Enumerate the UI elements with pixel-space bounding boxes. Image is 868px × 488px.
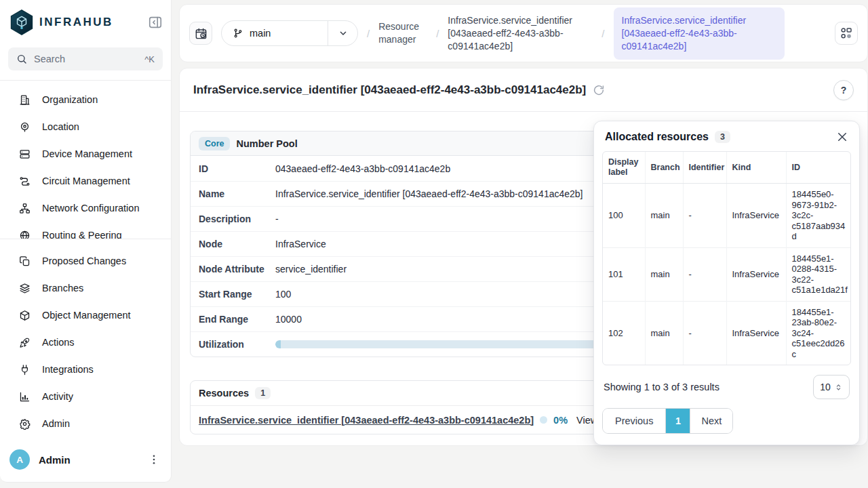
time-travel-button[interactable] [189, 22, 212, 45]
resource-link[interactable]: InfraService.service_identifier [043aeae… [199, 415, 534, 426]
avatar: A [9, 449, 30, 470]
sidebar-item-circuit-management[interactable]: Circuit Management [0, 167, 171, 195]
breadcrumb-pool[interactable]: InfraService.service_identifier [043aeae… [448, 14, 593, 53]
table-row[interactable]: 100main-InfraService184455e0-9673-91b2-3… [603, 184, 851, 248]
table-header-row: Display labelBranchIdentifierKindID [603, 152, 851, 184]
network-icon [19, 203, 31, 214]
gear-icon [19, 418, 31, 430]
sidebar-item-object-management[interactable]: Object Management [0, 302, 171, 329]
sidebar-item-actions[interactable]: Actions [0, 329, 171, 356]
refresh-icon[interactable] [593, 84, 605, 96]
sidebar-item-label: Activity [42, 391, 73, 402]
schema-button[interactable] [835, 22, 858, 45]
search-icon [16, 54, 27, 64]
branch-dropdown-toggle[interactable] [328, 21, 357, 45]
search-input[interactable]: Search ^K [8, 47, 163, 70]
resource-row: InfraService.service_identifier [043aeae… [191, 406, 640, 434]
branch-name: main [250, 28, 271, 39]
cell-kind: InfraService [726, 301, 786, 365]
current-page-button[interactable]: 1 [666, 409, 690, 433]
cube-icon [19, 310, 31, 321]
sidebar-item-label: Circuit Management [42, 176, 130, 186]
breadcrumb-separator: / [367, 28, 370, 39]
sidebar-item-label: Location [42, 121, 79, 132]
column-header-id: ID [786, 152, 851, 184]
column-header-identifier: Identifier [683, 152, 726, 184]
sidebar-item-label: Branches [42, 283, 83, 293]
user-row: A Admin [0, 441, 171, 482]
chevron-down-icon [338, 28, 349, 39]
page-header: InfraService.service_identifier [043aeae… [180, 68, 867, 112]
sidebar-item-routing-peering[interactable]: Routing & Peering [0, 222, 171, 239]
sidebar-item-branches[interactable]: Branches [0, 274, 171, 302]
field-value: service_identifier [275, 264, 640, 274]
sidebar-item-network-configuration[interactable]: Network Configuration [0, 195, 171, 222]
calendar-clock-icon [195, 27, 208, 40]
field-label: Description [199, 214, 275, 224]
cell-id: 184455e1-23ab-80e2-3c24-c51eec2dd26c [786, 301, 851, 365]
sidebar-item-label: Proposed Changes [42, 256, 126, 266]
sidebar-item-activity[interactable]: Activity [0, 383, 171, 410]
sidebar-nav-primary: OrganizationLocationDevice ManagementCir… [0, 81, 171, 239]
allocated-resources-panel: Allocated resources 3 Display labelBranc… [593, 121, 860, 445]
breadcrumb-current[interactable]: InfraService.service_identifier [043aeae… [614, 7, 785, 60]
field-row-node-attribute: Node Attributeservice_identifier [191, 256, 640, 281]
infrahub-logo-icon [9, 9, 34, 35]
field-value: InfraService.service_identifier [043aeae… [275, 188, 640, 199]
layers-icon [19, 283, 31, 294]
field-row-start-range: Start Range100 [191, 281, 640, 306]
field-row-utilization: Utilization [191, 331, 640, 357]
table-row[interactable]: 102main-InfraService184455e1-23ab-80e2-3… [603, 301, 851, 365]
git-branch-icon [233, 28, 243, 39]
sidebar-item-proposed-changes[interactable]: Proposed Changes [0, 247, 171, 274]
cell-identifier: - [683, 301, 726, 365]
cell-display-label: 101 [603, 247, 645, 301]
sidebar-nav-secondary: Proposed ChangesBranchesObject Managemen… [0, 239, 171, 437]
branch-selector[interactable]: main [221, 20, 358, 46]
user-name: Admin [39, 454, 139, 466]
sidebar: INFRAHUB Search ^K OrganizationLocationD… [0, 0, 172, 483]
field-label: Node [199, 239, 275, 249]
sidebar-item-label: Network Configuration [42, 203, 139, 214]
user-menu-kebab-icon[interactable] [148, 453, 160, 466]
topology-icon [840, 26, 853, 40]
table-row[interactable]: 101main-InfraService184455e1-0288-4315-3… [603, 247, 851, 301]
utilization-dot-icon [540, 416, 547, 424]
field-value: 043aeaed-eff2-4e43-a3bb-c09141ac4e2b [275, 163, 640, 174]
pin-icon [19, 121, 31, 133]
allocated-resources-table: Display labelBranchIdentifierKindID 100m… [602, 151, 851, 365]
resources-card: Resources 1 InfraService.service_identif… [190, 380, 641, 434]
breadcrumb-resource-manager[interactable]: Resource manager [378, 20, 427, 46]
number-pool-fields: ID043aeaed-eff2-4e43-a3bb-c09141ac4e2bNa… [191, 156, 640, 357]
branch-current: main [222, 28, 328, 39]
sidebar-item-label: Actions [42, 337, 75, 348]
cell-id: 184455e1-0288-4315-3c22-c51a1e1da21f [786, 247, 851, 301]
resources-title: Resources [199, 388, 249, 399]
sidebar-item-location[interactable]: Location [0, 113, 171, 140]
field-row-name: NameInfraService.service_identifier [043… [191, 181, 640, 206]
next-page-button[interactable]: Next [690, 409, 732, 433]
close-icon[interactable] [836, 131, 848, 143]
sidebar-item-integrations[interactable]: Integrations [0, 356, 171, 383]
brand-name: INFRAHUB [39, 16, 148, 29]
page-size-select[interactable]: 10 [813, 375, 850, 399]
topbar: main / Resource manager / InfraService.s… [179, 4, 868, 62]
pagination: Previous 1 Next [602, 408, 733, 434]
cell-kind: InfraService [726, 184, 786, 248]
resource-utilization-percent: 0% [553, 415, 568, 426]
collapse-sidebar-icon[interactable] [148, 15, 163, 30]
sidebar-item-admin[interactable]: Admin [0, 410, 171, 437]
help-button[interactable]: ? [833, 80, 854, 100]
field-label: Start Range [199, 289, 275, 300]
sidebar-item-device-management[interactable]: Device Management [0, 140, 171, 167]
sidebar-item-organization[interactable]: Organization [0, 86, 171, 113]
field-row-id: ID043aeaed-eff2-4e43-a3bb-c09141ac4e2b [191, 156, 640, 181]
cell-branch: main [645, 301, 683, 365]
table-footer: Showing 1 to 3 of 3 results 10 [602, 375, 851, 399]
core-badge: Core [199, 137, 230, 150]
number-pool-card-header: Core Number Pool [191, 131, 640, 156]
previous-page-button[interactable]: Previous [603, 409, 666, 433]
page-title: InfraService.service_identifier [043aeae… [193, 83, 586, 97]
field-label: End Range [199, 314, 275, 325]
number-pool-card: Core Number Pool ID043aeaed-eff2-4e43-a3… [190, 131, 641, 357]
